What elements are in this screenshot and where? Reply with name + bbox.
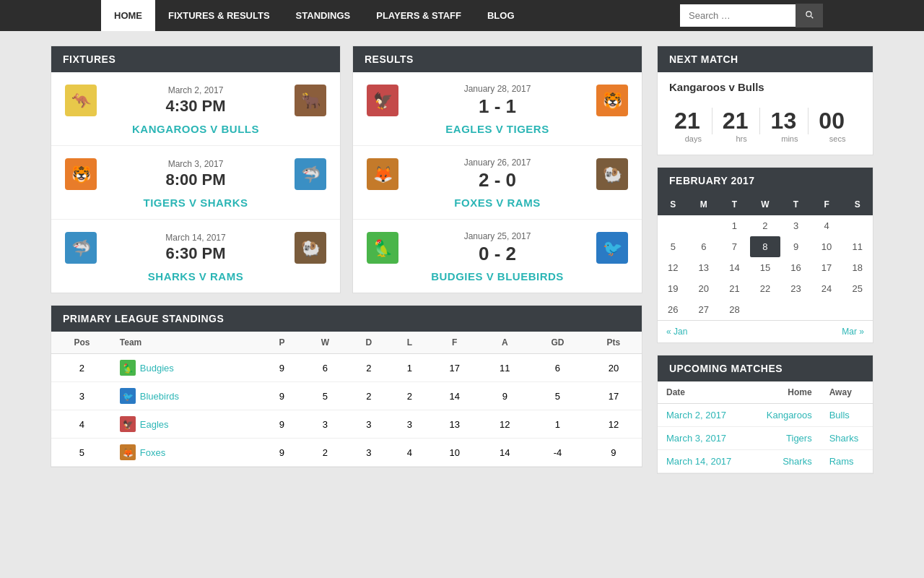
cal-day[interactable]: 24 bbox=[811, 278, 842, 299]
upcoming-home[interactable]: Kangaroos bbox=[750, 404, 820, 427]
cal-day[interactable]: 6 bbox=[689, 236, 720, 257]
match-score: 2 - 0 bbox=[406, 169, 588, 191]
cal-day[interactable]: 15 bbox=[750, 257, 781, 278]
table-row: 3 🐦 Bluebirds 9 5 2 2 14 9 5 17 bbox=[51, 382, 642, 410]
cal-day[interactable]: 8 bbox=[750, 236, 781, 257]
team-cell: 🦅 Eagles bbox=[113, 410, 261, 439]
match-score: 1 - 1 bbox=[406, 95, 588, 118]
upcoming-away[interactable]: Bulls bbox=[821, 404, 873, 427]
secs-value: 00 bbox=[819, 108, 856, 134]
cal-day[interactable]: 7 bbox=[719, 236, 750, 257]
table-row: 2 🦜 Budgies 9 6 2 1 17 11 6 20 bbox=[51, 354, 642, 382]
upcoming-date[interactable]: March 2, 2017 bbox=[658, 404, 750, 427]
search-button[interactable] bbox=[796, 4, 823, 27]
match-center: January 26, 2017 2 - 0 bbox=[406, 158, 588, 191]
standings-header: PRIMARY LEAGUE STANDINGS bbox=[51, 306, 642, 332]
cal-day[interactable]: 16 bbox=[780, 257, 811, 278]
cal-day[interactable]: 3 bbox=[780, 215, 811, 236]
next-match-teams: Kangaroos v Bulls bbox=[658, 72, 873, 102]
upcoming-row: March 14, 2017 Sharks Rams bbox=[658, 450, 873, 473]
match-title[interactable]: FOXES V RAMS bbox=[454, 197, 540, 209]
upcoming-home[interactable]: Sharks bbox=[750, 450, 820, 473]
upcoming-date[interactable]: March 3, 2017 bbox=[658, 427, 750, 450]
result-item: 🦅 January 28, 2017 1 - 1 🐯 EAGLES V TIGE… bbox=[353, 72, 642, 146]
home-logo: 🐯 bbox=[63, 156, 99, 192]
cal-day[interactable]: 12 bbox=[658, 257, 689, 278]
cal-day[interactable]: 4 bbox=[811, 215, 842, 236]
a-cell: 11 bbox=[480, 354, 531, 382]
fixture-item: 🐯 March 3, 2017 8:00 PM 🦈 TIGERS V SHARK… bbox=[51, 146, 340, 220]
days-label: days bbox=[674, 134, 712, 143]
cal-day[interactable]: 21 bbox=[719, 278, 750, 299]
calendar-table: SMTWTFS 12345678910111213141516171819202… bbox=[658, 194, 873, 320]
upcoming-panel: UPCOMING MATCHES Date Home Away March 2,… bbox=[657, 355, 873, 474]
upcoming-away[interactable]: Sharks bbox=[821, 427, 873, 450]
cal-day bbox=[842, 215, 873, 236]
w-cell: 6 bbox=[302, 354, 348, 382]
pts-cell: 9 bbox=[585, 439, 642, 467]
away-logo: 🐦 bbox=[594, 230, 630, 266]
search-input[interactable] bbox=[680, 4, 796, 27]
f-cell: 17 bbox=[430, 354, 480, 382]
nav-blog[interactable]: BLOG bbox=[474, 0, 528, 31]
table-row: 5 🦊 Foxes 9 2 3 4 10 14 -4 9 bbox=[51, 439, 642, 467]
cal-prev[interactable]: « Jan bbox=[666, 327, 687, 337]
cal-day[interactable]: 19 bbox=[658, 278, 689, 299]
cal-day[interactable]: 26 bbox=[658, 299, 689, 320]
cal-day-header: S bbox=[842, 194, 873, 215]
match-title[interactable]: SHARKS V RAMS bbox=[148, 270, 243, 282]
cal-day[interactable]: 1 bbox=[719, 215, 750, 236]
cal-day[interactable]: 10 bbox=[811, 236, 842, 257]
svg-text:🦈: 🦈 bbox=[71, 238, 92, 258]
cal-day[interactable]: 5 bbox=[658, 236, 689, 257]
upcoming-home[interactable]: Tigers bbox=[750, 427, 820, 450]
cal-day bbox=[811, 299, 842, 320]
svg-text:🦊: 🦊 bbox=[122, 447, 133, 458]
match-title[interactable]: BUDGIES V BLUEBIRDS bbox=[431, 270, 564, 282]
cal-day[interactable]: 11 bbox=[842, 236, 873, 257]
f-cell: 14 bbox=[430, 382, 480, 410]
match-title[interactable]: EAGLES V TIGERS bbox=[445, 123, 549, 135]
team-name-link[interactable]: Bluebirds bbox=[140, 391, 179, 402]
team-name-link[interactable]: Eagles bbox=[140, 419, 169, 430]
cal-day[interactable]: 2 bbox=[750, 215, 781, 236]
cal-day[interactable]: 17 bbox=[811, 257, 842, 278]
cal-day[interactable]: 9 bbox=[780, 236, 811, 257]
cal-day[interactable]: 20 bbox=[689, 278, 720, 299]
team-name-link[interactable]: Foxes bbox=[140, 447, 165, 458]
cal-next[interactable]: Mar » bbox=[842, 327, 864, 337]
cal-day[interactable]: 23 bbox=[780, 278, 811, 299]
upcoming-header: UPCOMING MATCHES bbox=[658, 355, 873, 381]
nav-players[interactable]: PLAYERS & STAFF bbox=[363, 0, 474, 31]
match-center: March 3, 2017 8:00 PM bbox=[105, 159, 287, 189]
p-cell: 9 bbox=[261, 410, 302, 439]
left-column: FIXTURES 🦘 March 2, 2017 4:30 PM 🐂 KANGA… bbox=[51, 46, 642, 474]
cal-day[interactable]: 13 bbox=[689, 257, 720, 278]
cal-day[interactable]: 18 bbox=[842, 257, 873, 278]
cal-day bbox=[842, 299, 873, 320]
cal-day[interactable]: 27 bbox=[689, 299, 720, 320]
match-center: March 14, 2017 6:30 PM bbox=[105, 233, 287, 263]
match-time: 4:30 PM bbox=[105, 97, 287, 116]
cal-day[interactable]: 28 bbox=[719, 299, 750, 320]
match-title[interactable]: KANGAROOS V BULLS bbox=[132, 123, 259, 135]
cal-day[interactable]: 14 bbox=[719, 257, 750, 278]
standings-table: Pos Team P W D L F A GD Pts 2 🦜 bbox=[51, 332, 642, 467]
col-pos: Pos bbox=[51, 332, 113, 354]
nav-home[interactable]: HOME bbox=[101, 0, 155, 31]
nav-fixtures[interactable]: FIXTURES & RESULTS bbox=[155, 0, 283, 31]
countdown-mins: 13 mins bbox=[771, 108, 809, 143]
mins-label: mins bbox=[771, 134, 809, 143]
d-cell: 3 bbox=[348, 439, 390, 467]
upcoming-row: March 2, 2017 Kangaroos Bulls bbox=[658, 404, 873, 427]
match-title[interactable]: TIGERS V SHARKS bbox=[143, 197, 248, 209]
svg-text:🦊: 🦊 bbox=[373, 165, 393, 184]
results-header: RESULTS bbox=[353, 46, 642, 72]
col-w: W bbox=[302, 332, 348, 354]
cal-day[interactable]: 25 bbox=[842, 278, 873, 299]
upcoming-date[interactable]: March 14, 2017 bbox=[658, 450, 750, 473]
upcoming-away[interactable]: Rams bbox=[821, 450, 873, 473]
cal-day[interactable]: 22 bbox=[750, 278, 781, 299]
nav-standings[interactable]: STANDINGS bbox=[283, 0, 364, 31]
team-name-link[interactable]: Budgies bbox=[140, 363, 174, 374]
